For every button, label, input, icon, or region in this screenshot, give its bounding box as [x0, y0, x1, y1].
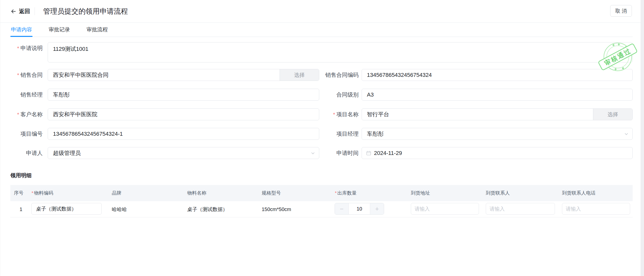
col-delivery-phone: 到货联系人电话: [562, 185, 596, 201]
stepper-minus-button[interactable]: −: [335, 203, 349, 214]
project-code-input[interactable]: 134567865432456754324-1: [48, 128, 319, 140]
back-button[interactable]: 返回: [10, 0, 30, 22]
project-name-select-button[interactable]: 选择: [593, 109, 632, 120]
title-divider: [35, 7, 35, 15]
contract-level-input[interactable]: A3: [362, 89, 633, 101]
project-code-label: 项目编号: [10, 128, 43, 140]
row-material-name: 桌子（测试数据）: [187, 201, 228, 217]
page-title: 管理员提交的领用申请流程: [43, 0, 128, 22]
requisition-detail-page: 返回 管理员提交的领用申请流程 取 消 申请内容 审批记录 审批流程 申请说明 …: [0, 0, 644, 276]
contract-code-label: 销售合同编码: [303, 69, 359, 81]
quantity-stepper: − 10 +: [335, 203, 384, 215]
back-label: 返回: [19, 8, 30, 15]
col-spec: 规格型号: [262, 185, 281, 201]
tab-application-content[interactable]: 申请内容: [10, 22, 33, 37]
col-material-name: 物料名称: [187, 185, 206, 201]
apply-note-textarea[interactable]: 1129测试1001: [48, 42, 633, 62]
table-row: 1 桌子（测试数据） 哈哈哈 桌子（测试数据） 150cm*50cm − 10 …: [10, 201, 633, 217]
sales-contract-input[interactable]: 西安和平中医医院合同 选择: [48, 69, 319, 81]
delivery-address-input[interactable]: [411, 203, 479, 215]
contract-level-value: A3: [367, 91, 374, 98]
quantity-value[interactable]: 10: [349, 203, 370, 214]
tab-approval-records[interactable]: 审批记录: [48, 22, 70, 37]
applicant-select[interactable]: 超级管理员: [48, 147, 319, 159]
applicant-value: 超级管理员: [53, 149, 81, 157]
sales-contract-value: 西安和平中医医院合同: [53, 71, 109, 79]
delivery-contact-input[interactable]: [486, 203, 555, 215]
apply-time-datepicker[interactable]: 2024-11-29: [362, 147, 633, 159]
project-name-value: 智行平台: [367, 111, 389, 118]
material-code-value: 桌子（测试数据）: [36, 205, 76, 212]
delivery-phone-input[interactable]: [562, 203, 630, 215]
row-spec: 150cm*50cm: [262, 201, 291, 217]
calendar-icon: [366, 150, 371, 156]
project-code-value: 134567865432456754324-1: [53, 131, 123, 137]
project-name-input[interactable]: 智行平台 选择: [362, 108, 633, 120]
tab-bar: 申请内容 审批记录 审批流程: [10, 22, 633, 37]
contract-code-value: 134567865432456754324: [367, 72, 432, 78]
customer-name-value: 西安和平中医医院: [53, 111, 97, 118]
apply-time-label: 申请时间: [303, 147, 359, 159]
project-manager-select[interactable]: 车彤彤: [362, 128, 633, 140]
chevron-down-icon: [624, 131, 629, 136]
apply-note-label: 申请说明: [10, 42, 43, 54]
sales-manager-input[interactable]: 车彤彤: [48, 89, 319, 101]
customer-name-label: 客户名称: [10, 108, 43, 120]
col-material-code: 物料编码: [32, 185, 53, 201]
stepper-plus-button[interactable]: +: [370, 203, 384, 214]
row-brand: 哈哈哈: [112, 201, 127, 217]
col-out-quantity: 出库数量: [335, 185, 357, 201]
col-seq: 序号: [14, 185, 23, 201]
apply-note-value: 1129测试1001: [53, 45, 88, 53]
detail-section-title: 领用明细: [10, 172, 32, 179]
sales-manager-value: 车彤彤: [53, 91, 70, 99]
contract-code-input[interactable]: 134567865432456754324: [362, 69, 633, 81]
detail-table-header: 序号 物料编码 品牌 物料名称 规格型号 出库数量 到货地址 到货联系人 到货联…: [10, 185, 633, 201]
top-bar: 返回 管理员提交的领用申请流程 取 消: [0, 0, 641, 23]
sales-manager-label: 销售经理: [10, 89, 43, 101]
sales-contract-label: 销售合同: [10, 69, 43, 81]
back-arrow-icon: [10, 8, 16, 14]
cancel-button[interactable]: 取 消: [610, 5, 632, 17]
contract-level-label: 合同级别: [303, 89, 359, 101]
project-manager-value: 车彤彤: [367, 130, 384, 138]
col-delivery-contact: 到货联系人: [486, 185, 510, 201]
col-brand: 品牌: [112, 185, 121, 201]
scrollbar-track[interactable]: [641, 0, 644, 276]
apply-time-value: 2024-11-29: [374, 150, 402, 156]
row-seq: 1: [14, 201, 28, 217]
customer-name-input[interactable]: 西安和平中医医院: [48, 108, 319, 120]
col-delivery-address: 到货地址: [411, 185, 430, 201]
material-code-input[interactable]: 桌子（测试数据）: [31, 203, 102, 215]
tab-approval-flow[interactable]: 审批流程: [86, 22, 108, 37]
project-manager-label: 项目经理: [303, 128, 359, 140]
project-name-label: 项目名称: [303, 108, 359, 120]
applicant-label: 申请人: [10, 147, 43, 159]
